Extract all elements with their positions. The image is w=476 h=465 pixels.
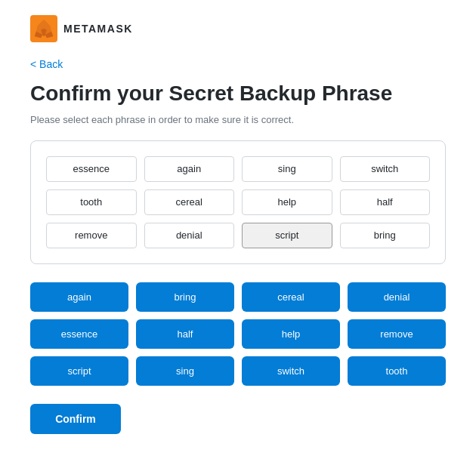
- phrase-slot-12[interactable]: bring: [340, 223, 431, 248]
- phrase-slot-4[interactable]: switch: [340, 156, 431, 182]
- word-button-again[interactable]: again: [30, 282, 128, 312]
- phrase-slot-7[interactable]: help: [242, 189, 332, 215]
- subtitle: Please select each phrase in order to ma…: [30, 114, 446, 125]
- word-button-help[interactable]: help: [242, 319, 340, 349]
- header: METAMASK: [30, 15, 446, 42]
- word-button-remove[interactable]: remove: [348, 319, 446, 349]
- phrase-slot-9[interactable]: remove: [46, 223, 137, 248]
- phrase-slot-1[interactable]: essence: [46, 156, 137, 182]
- phrase-slot-8[interactable]: half: [340, 189, 431, 215]
- back-link[interactable]: < Back: [30, 58, 63, 70]
- phrase-selection-box: essenceagainsingswitchtoothcerealhelphal…: [30, 140, 446, 264]
- word-button-sing[interactable]: sing: [136, 356, 234, 386]
- phrase-slot-6[interactable]: cereal: [144, 189, 235, 215]
- word-button-cereal[interactable]: cereal: [242, 282, 340, 312]
- phrase-grid: essenceagainsingswitchtoothcerealhelphal…: [46, 156, 430, 248]
- word-buttons-grid: againbringcerealdenialessencehalfhelprem…: [30, 282, 446, 386]
- phrase-slot-10[interactable]: denial: [144, 223, 235, 248]
- word-button-bring[interactable]: bring: [136, 282, 234, 312]
- word-button-essence[interactable]: essence: [30, 319, 128, 349]
- metamask-logo-icon: [30, 15, 57, 42]
- word-button-half[interactable]: half: [136, 319, 234, 349]
- phrase-slot-11[interactable]: script: [242, 223, 332, 248]
- confirm-button[interactable]: Confirm: [30, 404, 121, 434]
- word-button-denial[interactable]: denial: [348, 282, 446, 312]
- word-button-script[interactable]: script: [30, 356, 128, 386]
- word-button-tooth[interactable]: tooth: [348, 356, 446, 386]
- word-button-switch[interactable]: switch: [242, 356, 340, 386]
- phrase-slot-3[interactable]: sing: [242, 156, 332, 182]
- metamask-logo-text: METAMASK: [63, 23, 133, 35]
- phrase-slot-5[interactable]: tooth: [46, 189, 137, 215]
- phrase-slot-2[interactable]: again: [144, 156, 235, 182]
- page-title: Confirm your Secret Backup Phrase: [30, 81, 446, 106]
